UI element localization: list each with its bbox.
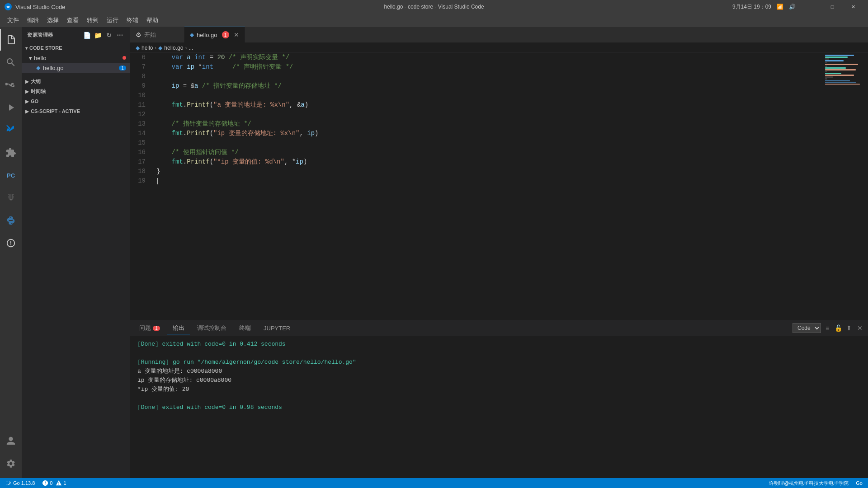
- status-right: 许明理@杭州电子科技大学电子学院 Go: [767, 480, 864, 487]
- sidebar-new-file-btn[interactable]: 📄: [83, 31, 92, 40]
- line-numbers: 6 7 8 9 10 11 12 13 14 15 16 17 18 19: [130, 53, 153, 320]
- breadcrumb-sep2: ›: [185, 45, 187, 51]
- minimize-button[interactable]: ─: [801, 0, 822, 14]
- file-badge: 1: [119, 66, 126, 70]
- menu-goto[interactable]: 转到: [83, 14, 102, 26]
- line-num-9: 9: [130, 81, 149, 91]
- menu-help[interactable]: 帮助: [143, 14, 162, 26]
- warning-count: 1: [63, 480, 66, 486]
- main-layout: PC: [0, 27, 868, 478]
- menu-edit[interactable]: 编辑: [24, 14, 42, 26]
- status-language[interactable]: Go: [854, 480, 864, 486]
- output-source-select[interactable]: Code: [793, 323, 821, 333]
- tab-close-btn[interactable]: ✕: [234, 31, 239, 38]
- jupyter-label: JUPYTER: [264, 325, 290, 332]
- terminal-actions: Code ≡ 🔓 ⬆ ✕: [793, 323, 864, 333]
- breadcrumb-symbol[interactable]: ...: [189, 45, 193, 51]
- go-file-icon: ◆: [190, 32, 194, 38]
- language-label: Go: [856, 480, 863, 486]
- line-num-12: 12: [130, 110, 149, 119]
- status-errors[interactable]: 0 1: [40, 480, 68, 486]
- menu-select[interactable]: 选择: [43, 14, 62, 26]
- branch-icon: [5, 480, 12, 486]
- file-name: hello.go: [43, 65, 64, 71]
- activity-run-debug[interactable]: [0, 97, 22, 118]
- editor-with-minimap: 6 7 8 9 10 11 12 13 14 15 16 17 18 19: [130, 53, 868, 320]
- clock: 9月14日 19：09: [732, 3, 771, 11]
- activity-account[interactable]: [0, 430, 22, 452]
- line-num-11: 11: [130, 100, 149, 110]
- output-line-3: a 变量的地址是: c0000a8000: [137, 367, 861, 376]
- tab-start-label: 开始: [144, 31, 156, 39]
- code-line-10: [156, 91, 823, 100]
- activity-remote[interactable]: PC: [0, 164, 22, 186]
- folder-arrow-icon: ▾: [29, 55, 32, 61]
- code-line-19: [156, 176, 823, 186]
- sidebar-new-folder-btn[interactable]: 📁: [94, 31, 103, 40]
- sidebar-header: 资源管理器 📄 📁 ↻ ⋯: [22, 27, 130, 43]
- activity-vscode[interactable]: [0, 119, 22, 141]
- section-outline[interactable]: ▶ 大纲: [22, 76, 130, 86]
- activity-testing[interactable]: [0, 187, 22, 209]
- titlebar-left: Visual Studio Code: [5, 3, 65, 10]
- tab-jupyter[interactable]: JUPYTER: [258, 323, 296, 333]
- output-line-5: *ip 变量的值: 20: [137, 385, 861, 394]
- code-line-13: /* 指针变量的存储地址 */: [156, 119, 823, 129]
- menu-file[interactable]: 文件: [4, 14, 23, 26]
- terminal-action-list[interactable]: ≡: [823, 324, 832, 333]
- breadcrumb-file[interactable]: hello.go: [164, 45, 183, 51]
- sidebar-collapse-btn[interactable]: ⋯: [115, 31, 124, 40]
- tab-terminal[interactable]: 终端: [234, 322, 256, 334]
- menu-view[interactable]: 查看: [63, 14, 82, 26]
- menu-run[interactable]: 运行: [103, 14, 122, 26]
- tab-start[interactable]: ⚙ 开始: [130, 27, 184, 42]
- status-branch[interactable]: Go 1.13.8: [4, 480, 37, 486]
- code-store-section[interactable]: ▾ CODE STORE: [22, 43, 130, 53]
- line-num-17: 17: [130, 157, 149, 167]
- folder-hello[interactable]: ▾ hello: [22, 53, 130, 63]
- code-line-6: var a int = 20 /* 声明实际变量 */: [156, 53, 823, 62]
- sidebar: 资源管理器 📄 📁 ↻ ⋯ ▾ CODE STORE ▾ hello ◆ hel…: [22, 27, 130, 478]
- terminal-action-close[interactable]: ✕: [855, 324, 864, 333]
- window-title: hello.go - code store - Visual Studio Co…: [384, 4, 484, 10]
- status-encoding[interactable]: 许明理@杭州电子科技大学电子学院: [767, 480, 850, 487]
- window-controls: ─ □ ✕: [801, 0, 863, 14]
- tab-hello-go[interactable]: ◆ hello.go 1 ✕: [184, 27, 245, 42]
- activity-source-control[interactable]: [0, 74, 22, 96]
- minimap-lines: [823, 53, 868, 87]
- branch-label: Go 1.13.8: [13, 480, 35, 486]
- debug-console-label: 调试控制台: [197, 324, 226, 332]
- network-icon: 📶: [777, 4, 783, 10]
- activity-python[interactable]: [0, 210, 22, 231]
- code-editor[interactable]: 6 7 8 9 10 11 12 13 14 15 16 17 18 19: [130, 53, 823, 320]
- sidebar-refresh-btn[interactable]: ↻: [104, 31, 113, 40]
- activity-extensions[interactable]: [0, 142, 22, 164]
- tab-output[interactable]: 输出: [167, 322, 190, 334]
- tab-debug-console[interactable]: 调试控制台: [192, 322, 232, 334]
- output-line-4: ip 变量的存储地址: c0000a8000: [137, 376, 861, 385]
- section-timeline[interactable]: ▶ 时间轴: [22, 86, 130, 96]
- activity-explorer[interactable]: [0, 29, 22, 51]
- menubar: 文件 编辑 选择 查看 转到 运行 终端 帮助: [0, 14, 868, 27]
- terminal-action-lock[interactable]: 🔓: [834, 324, 843, 333]
- code-line-8: [156, 72, 823, 81]
- menu-terminal[interactable]: 终端: [123, 14, 142, 26]
- titlebar: Visual Studio Code hello.go - code store…: [0, 0, 868, 14]
- line-num-13: 13: [130, 119, 149, 129]
- restore-button[interactable]: □: [822, 0, 843, 14]
- code-line-7: var ip *int /* 声明指针变量 */: [156, 62, 823, 72]
- section-go[interactable]: ▶ GO: [22, 96, 130, 106]
- file-hello-go[interactable]: ◆ hello.go 1: [22, 63, 130, 73]
- activity-copilot[interactable]: [0, 232, 22, 254]
- section-cs-script[interactable]: ▶ CS-SCRIPT - ACTIVE: [22, 106, 130, 116]
- problems-badge: 1: [153, 326, 160, 331]
- activity-settings[interactable]: [0, 453, 22, 474]
- output-line-1: [Done] exited with code=0 in 0.412 secon…: [137, 340, 861, 349]
- activity-search[interactable]: [0, 52, 22, 73]
- terminal-action-expand[interactable]: ⬆: [844, 324, 854, 333]
- tab-problems[interactable]: 问题 1: [134, 322, 165, 334]
- terminal-panel: 问题 1 输出 调试控制台 终端 JUPYTER Code: [130, 320, 868, 478]
- close-button[interactable]: ✕: [843, 0, 863, 14]
- tab-hello-go-label: hello.go: [197, 32, 217, 38]
- breadcrumb-hello[interactable]: hello: [142, 45, 153, 51]
